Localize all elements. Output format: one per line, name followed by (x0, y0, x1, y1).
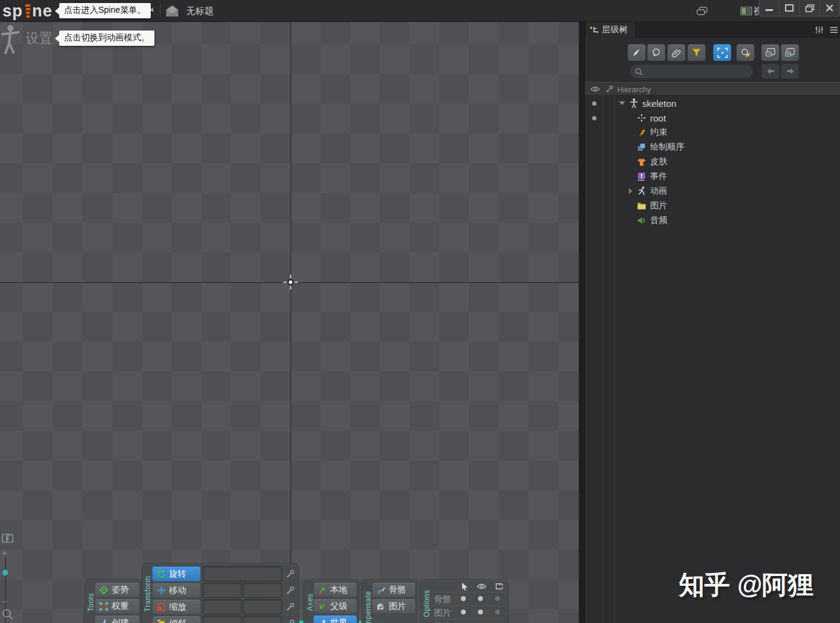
link-column-key-icon[interactable] (605, 85, 614, 95)
hierarchy-header-row: Hierarchy (585, 82, 840, 96)
rotate-button[interactable]: 旋转 (152, 566, 201, 581)
canvas-panel-divider[interactable] (579, 22, 584, 623)
translate-x-field[interactable] (203, 583, 242, 598)
maximize-button[interactable] (780, 0, 800, 16)
tree-row-audio[interactable]: 音频 (585, 213, 840, 228)
options-bones-tag-radio[interactable] (495, 596, 500, 601)
scale-icon (156, 602, 166, 612)
expand-all-button[interactable] (781, 44, 799, 61)
translate-button[interactable]: 移动 (152, 583, 201, 598)
pen-tool-button[interactable] (628, 44, 646, 61)
compensate-images-button[interactable]: 图片 (372, 599, 416, 614)
expander-expanded-icon[interactable] (619, 101, 625, 105)
spine-menu-tooltip-text: 点击进入Spine菜单。 (64, 5, 146, 15)
frame-selection-button[interactable] (713, 44, 731, 61)
filter-funnel-button[interactable] (687, 44, 706, 61)
hierarchy-search-input[interactable] (629, 64, 753, 79)
spine-logo-text-pre: sp (2, 2, 23, 21)
translate-key-icon[interactable] (283, 583, 297, 598)
visibility-dot[interactable] (592, 101, 596, 106)
tree-row-skeleton[interactable]: skeleton (585, 96, 840, 111)
viewport-canvas[interactable] (0, 22, 579, 623)
visibility-dot[interactable] (592, 116, 596, 120)
cascade-windows-icon[interactable] (695, 4, 709, 18)
panel-menu-icon[interactable] (828, 24, 840, 35)
collapse-all-button[interactable] (761, 44, 780, 61)
search-prev-button[interactable] (761, 64, 780, 79)
zoom-out-button[interactable]: − (2, 596, 7, 607)
zoom-slider-handle[interactable] (2, 569, 9, 576)
axes-parent-label: 父级 (330, 601, 347, 612)
panel-filter-sliders-icon[interactable] (813, 24, 825, 35)
window-controls (759, 0, 840, 16)
options-bones-eye-radio[interactable] (478, 596, 483, 601)
tree-row-skins[interactable]: 皮肤 (585, 155, 840, 169)
paperclip-link-button[interactable] (667, 44, 686, 61)
tab-hierarchy-tree-label: 层级树 (602, 24, 628, 35)
vertical-axis-line (291, 22, 291, 623)
tree-row-events[interactable]: 事件 (585, 169, 840, 184)
envelope-icon[interactable] (165, 4, 179, 18)
magnifier-icon[interactable] (2, 608, 14, 623)
options-panel: Options 骨骼 图片 其他 (420, 579, 509, 623)
scale-key-icon[interactable] (283, 599, 297, 614)
audio-icon (637, 216, 646, 225)
visibility-column-eye-icon[interactable] (590, 86, 600, 95)
compensate-bones-button[interactable]: 骨骼 (372, 582, 416, 597)
tree-label: skeleton (642, 98, 676, 109)
document-title: 无标题 (186, 5, 214, 17)
expander-collapsed-icon[interactable] (629, 188, 632, 194)
search-next-button[interactable] (781, 64, 799, 79)
scale-y-field[interactable] (243, 599, 282, 614)
side-panel-tabbar: 层级树 (585, 22, 840, 38)
weights-tool-label: 权重 (112, 601, 129, 612)
options-images-tag-radio[interactable] (495, 610, 500, 614)
shear-y-field[interactable] (243, 616, 282, 623)
tree-row-constraints[interactable]: 约束 (585, 125, 840, 140)
shear-x-field[interactable] (203, 616, 242, 623)
axes-parent-button[interactable]: 父级 (313, 599, 357, 614)
rotate-value-field[interactable] (203, 566, 282, 581)
scale-button[interactable]: 缩放 (152, 599, 201, 614)
tree-label: 图片 (650, 200, 667, 211)
minimize-button[interactable] (759, 0, 780, 16)
transform-panel: Transform 旋转 移动 (142, 563, 299, 623)
close-button[interactable] (820, 0, 839, 16)
spine-vertebrae-icon (25, 4, 31, 18)
weights-tool-button[interactable]: 权重 (95, 599, 140, 614)
zhihu-watermark: 知乎 @阿狸 (679, 568, 831, 602)
events-icon (637, 172, 646, 181)
translate-y-field[interactable] (243, 583, 282, 598)
origin-crosshair[interactable] (282, 274, 299, 291)
tab-hierarchy-tree[interactable]: 层级树 (585, 22, 635, 38)
shear-button[interactable]: 倾斜 (152, 616, 201, 623)
restore-button[interactable] (800, 0, 820, 16)
ruler-icon[interactable] (2, 534, 13, 547)
compensate-bones-icon (376, 585, 386, 595)
shear-key-icon[interactable] (283, 616, 297, 623)
options-images-cursor-radio[interactable] (461, 610, 466, 614)
scale-x-field[interactable] (203, 599, 242, 614)
tree-label: 音频 (650, 215, 667, 226)
create-tool-button[interactable]: 创建 (95, 615, 140, 623)
axes-world-button[interactable]: 世界 (313, 615, 357, 623)
tree-label: 皮肤 (650, 156, 667, 167)
compensate-images-label: 图片 (389, 601, 406, 612)
view-layout-icon[interactable] (739, 4, 753, 18)
search-edit-button[interactable] (736, 44, 755, 61)
zoom-in-button[interactable]: + (2, 547, 7, 558)
tree-row-draw-order[interactable]: 绘制顺序 (585, 140, 840, 155)
axes-local-button[interactable]: 本地 (313, 582, 357, 597)
lasso-tool-button[interactable] (647, 44, 665, 61)
tree-label: 动画 (650, 186, 667, 197)
tree-row-animations[interactable]: 动画 (585, 184, 840, 199)
tree-row-root[interactable]: root (585, 111, 840, 125)
options-bones-cursor-radio[interactable] (461, 596, 466, 601)
tree-row-images[interactable]: 图片 (585, 199, 840, 213)
spine-logo[interactable]: sp ne (2, 1, 52, 21)
rotate-key-icon[interactable] (283, 566, 297, 581)
setup-mode-button[interactable]: 设置 (26, 29, 52, 48)
options-images-eye-radio[interactable] (478, 610, 483, 614)
pose-tool-button[interactable]: 姿势 (95, 582, 140, 597)
root-crosshair-icon (637, 113, 646, 123)
